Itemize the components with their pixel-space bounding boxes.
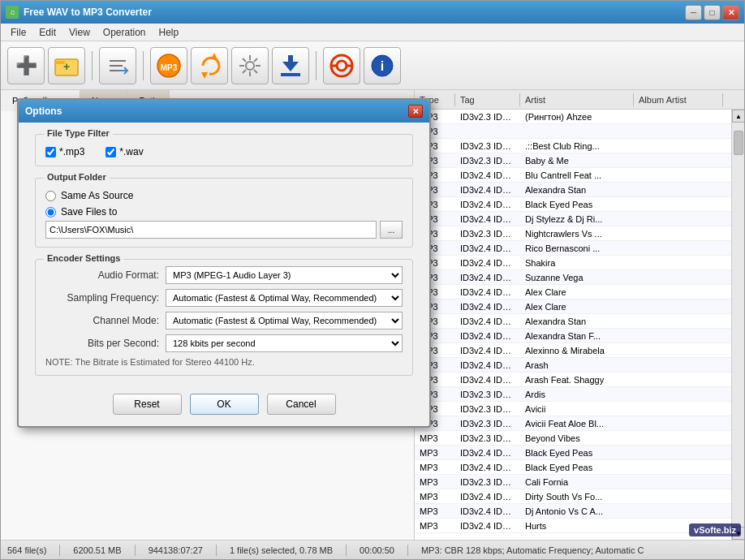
- save-files-to-item: Save Files to: [45, 206, 403, 218]
- sampling-freq-select[interactable]: Automatic (Fastest & Optimal Way, Recomm…: [166, 289, 403, 307]
- mp3-checkbox[interactable]: [45, 147, 56, 157]
- wav-checkbox-item: *.wav: [106, 146, 143, 157]
- mp3-checkbox-item: *.mp3: [45, 146, 84, 157]
- path-row: ...: [45, 221, 403, 239]
- sampling-freq-row: Sampling Frequency: Automatic (Fastest &…: [45, 289, 403, 307]
- dialog-title: Options: [25, 106, 408, 117]
- dialog-close-button[interactable]: ✕: [408, 105, 423, 118]
- same-as-source-label: Same As Source: [61, 190, 133, 201]
- file-type-filter-legend: File Type Filter: [44, 128, 113, 138]
- cancel-button[interactable]: Cancel: [267, 394, 336, 415]
- encoder-settings-legend: Encoder Settings: [44, 253, 123, 263]
- same-as-source-radio[interactable]: [45, 191, 56, 201]
- audio-format-label: Audio Format:: [45, 269, 159, 281]
- save-files-to-label: Save Files to: [61, 206, 117, 218]
- channel-mode-select[interactable]: Automatic (Fastest & Optimal Way, Recomm…: [166, 312, 403, 330]
- bits-per-second-row: Bits per Second: 128 kbits per second: [45, 334, 403, 352]
- dialog-title-bar: Options ✕: [19, 100, 429, 123]
- reset-button[interactable]: Reset: [113, 394, 182, 415]
- output-folder-section: Output Folder Same As Source Save Files …: [35, 178, 413, 248]
- bits-per-second-select[interactable]: 128 kbits per second: [166, 334, 403, 352]
- dialog-body: File Type Filter *.mp3 *.wav O: [19, 123, 429, 387]
- save-files-to-radio[interactable]: [45, 207, 56, 218]
- main-window: ♫ Free WAV to MP3 Converter ─ □ ✕ File E…: [0, 0, 745, 560]
- ok-button[interactable]: OK: [190, 394, 259, 415]
- wav-label: *.wav: [119, 146, 143, 157]
- output-folder-legend: Output Folder: [44, 172, 110, 182]
- wav-checkbox[interactable]: [106, 147, 116, 157]
- output-path-input[interactable]: [45, 221, 377, 239]
- dialog-overlay: Options ✕ File Type Filter *.mp3 *.wav: [1, 1, 744, 559]
- audio-format-select[interactable]: MP3 (MPEG-1 Audio Layer 3): [166, 266, 403, 284]
- encoder-settings-section: Encoder Settings Audio Format: MP3 (MPEG…: [35, 259, 413, 376]
- mp3-label: *.mp3: [59, 146, 84, 157]
- dialog-footer: Reset OK Cancel: [19, 387, 429, 426]
- same-as-source-item: Same As Source: [45, 190, 403, 201]
- options-dialog: Options ✕ File Type Filter *.mp3 *.wav: [17, 98, 431, 428]
- output-folder-radio-group: Same As Source Save Files to: [45, 190, 403, 218]
- sampling-freq-label: Sampling Frequency:: [45, 292, 159, 304]
- bits-per-second-label: Bits per Second:: [45, 338, 159, 349]
- file-type-checkboxes: *.mp3 *.wav: [45, 146, 403, 157]
- browse-button[interactable]: ...: [380, 221, 403, 239]
- channel-mode-row: Channel Mode: Automatic (Fastest & Optim…: [45, 312, 403, 330]
- audio-format-row: Audio Format: MP3 (MPEG-1 Audio Layer 3): [45, 266, 403, 284]
- file-type-filter-section: File Type Filter *.mp3 *.wav: [35, 134, 413, 166]
- channel-mode-label: Channel Mode:: [45, 315, 159, 326]
- bitrate-note: NOTE: The Bitrate is Estimated for Stere…: [45, 357, 403, 367]
